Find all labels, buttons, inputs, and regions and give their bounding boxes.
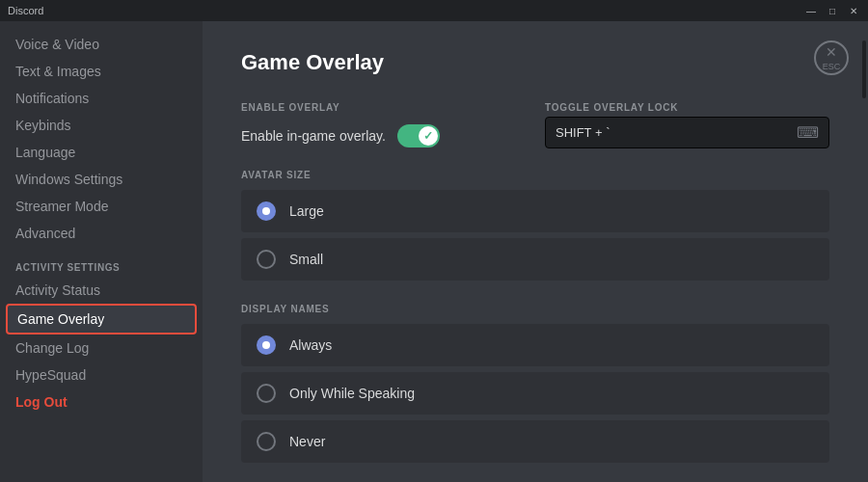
radio-large bbox=[257, 201, 276, 221]
enable-overlay-left: ENABLE OVERLAY Enable in-game overlay. ✓ bbox=[241, 102, 526, 147]
activity-settings-label: ACTIVITY SETTINGS bbox=[6, 247, 197, 277]
sidebar-item-text-images[interactable]: Text & Images bbox=[6, 58, 197, 85]
app-body: Voice & Video Text & Images Notification… bbox=[0, 21, 868, 482]
radio-speaking bbox=[257, 384, 276, 403]
minimize-button[interactable]: — bbox=[804, 6, 818, 16]
enable-row: Enable in-game overlay. ✓ bbox=[241, 124, 526, 147]
sidebar-item-advanced[interactable]: Advanced bbox=[6, 220, 197, 247]
titlebar: Discord — □ ✕ bbox=[0, 0, 868, 21]
sidebar-item-game-overlay[interactable]: Game Overlay bbox=[6, 304, 197, 335]
close-icon: ✕ bbox=[826, 44, 837, 60]
avatar-size-label: AVATAR SIZE bbox=[241, 170, 829, 180]
sidebar-item-hypesquad[interactable]: HypeSquad bbox=[6, 362, 197, 388]
radio-inner-large bbox=[262, 207, 270, 215]
titlebar-controls: — □ ✕ bbox=[804, 6, 860, 16]
radio-always bbox=[257, 335, 276, 355]
keybind-value: SHIFT + ` bbox=[556, 125, 787, 140]
scrollbar-track[interactable] bbox=[860, 21, 868, 482]
esc-label: ESC bbox=[823, 62, 841, 71]
display-always-option[interactable]: Always bbox=[241, 324, 829, 366]
sidebar-item-voice-video[interactable]: Voice & Video bbox=[6, 31, 197, 58]
enable-overlay-toggle[interactable]: ✓ bbox=[397, 124, 440, 147]
main-content: ✕ ESC Game Overlay ENABLE OVERLAY Enable… bbox=[203, 21, 868, 482]
window-close-button[interactable]: ✕ bbox=[847, 6, 860, 16]
sidebar-item-language[interactable]: Language bbox=[6, 139, 197, 166]
close-button[interactable]: ✕ ESC bbox=[814, 40, 849, 75]
toggle-lock-label: TOGGLE OVERLAY LOCK bbox=[545, 102, 829, 113]
display-while-speaking-label: Only While Speaking bbox=[289, 386, 415, 401]
avatar-large-option[interactable]: Large bbox=[241, 190, 829, 232]
radio-inner-always bbox=[262, 341, 270, 349]
radio-small bbox=[257, 250, 276, 269]
sidebar-item-windows-settings[interactable]: Windows Settings bbox=[6, 166, 197, 193]
sidebar-item-keybinds[interactable]: Keybinds bbox=[6, 112, 197, 139]
avatar-size-section: AVATAR SIZE Large Small bbox=[241, 170, 829, 281]
logout-button[interactable]: Log Out bbox=[6, 388, 197, 415]
display-never-label: Never bbox=[289, 434, 325, 449]
avatar-small-option[interactable]: Small bbox=[241, 238, 829, 281]
maximize-button[interactable]: □ bbox=[826, 6, 839, 16]
toggle-check-icon: ✓ bbox=[423, 129, 433, 143]
page-title: Game Overlay bbox=[241, 50, 829, 75]
scrollbar-thumb bbox=[862, 40, 866, 98]
display-while-speaking-option[interactable]: Only While Speaking bbox=[241, 372, 829, 415]
radio-never bbox=[257, 432, 276, 451]
keybind-box[interactable]: SHIFT + ` ⌨ bbox=[545, 117, 829, 148]
sidebar-item-streamer-mode[interactable]: Streamer Mode bbox=[6, 193, 197, 220]
display-never-option[interactable]: Never bbox=[241, 420, 829, 463]
display-always-label: Always bbox=[289, 337, 332, 353]
sidebar-item-change-log[interactable]: Change Log bbox=[6, 335, 197, 362]
sidebar-item-activity-status[interactable]: Activity Status bbox=[6, 277, 197, 304]
app-title: Discord bbox=[8, 5, 43, 16]
toggle-lock-section: TOGGLE OVERLAY LOCK SHIFT + ` ⌨ bbox=[545, 102, 829, 148]
enable-overlay-section: ENABLE OVERLAY Enable in-game overlay. ✓… bbox=[241, 102, 829, 148]
avatar-small-label: Small bbox=[289, 252, 323, 267]
keyboard-icon: ⌨ bbox=[797, 123, 819, 142]
sidebar: Voice & Video Text & Images Notification… bbox=[0, 21, 203, 482]
avatar-large-label: Large bbox=[289, 203, 324, 219]
display-names-section: DISPLAY NAMES Always Only While Speaking… bbox=[241, 304, 829, 463]
toggle-knob: ✓ bbox=[419, 126, 438, 146]
sidebar-item-notifications[interactable]: Notifications bbox=[6, 85, 197, 112]
enable-overlay-description: Enable in-game overlay. bbox=[241, 128, 386, 144]
enable-overlay-section-label: ENABLE OVERLAY bbox=[241, 102, 526, 113]
display-names-label: DISPLAY NAMES bbox=[241, 304, 829, 314]
titlebar-left: Discord bbox=[8, 5, 43, 16]
